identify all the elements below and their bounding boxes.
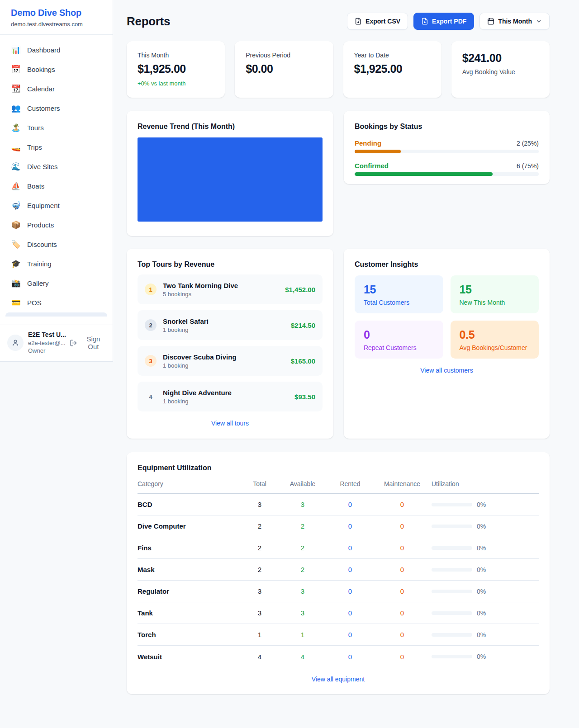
status-label: Pending [355, 139, 381, 147]
sidebar-item-dive-sites[interactable]: 🌊 Dive Sites [5, 157, 107, 176]
column-header-category: Category [138, 480, 242, 487]
revenue-trend-card: Revenue Trend (This Month) [127, 111, 333, 236]
tour-row: 2 Snorkel Safari 1 booking $214.50 [138, 310, 323, 340]
sidebar-item-trips[interactable]: 🚤 Trips [5, 137, 107, 157]
sidebar-item-gallery[interactable]: 📸 Gallery [5, 274, 107, 293]
export-csv-button[interactable]: Export CSV [347, 13, 408, 30]
tour-bookings: 5 bookings [163, 291, 238, 298]
bookings-by-status-title: Bookings by Status [355, 123, 539, 131]
sign-out-label: Sign Out [81, 335, 106, 350]
equipment-total: 2 [242, 522, 278, 530]
tour-revenue: $1,452.00 [285, 286, 315, 293]
status-row-pending: Pending 2 (25%) [355, 139, 539, 153]
sidebar-item-products[interactable]: 📦 Products [5, 215, 107, 235]
utilization-percent: 0% [477, 653, 486, 660]
sidebar-item-customers[interactable]: 👥 Customers [5, 99, 107, 118]
table-row: Wetsuit 4 4 0 0 0% [138, 646, 539, 667]
equipment-category: Tank [138, 609, 242, 617]
sidebar-user-section: E2E Test U... e2e-tester@... Owner Sign … [0, 325, 113, 361]
tour-name: Night Dive Adventure [163, 389, 232, 397]
equipment-rented: 0 [327, 609, 373, 617]
insight-tile-avg-bookings: 0.5 Avg Bookings/Customer [451, 321, 539, 359]
status-row-confirmed: Confirmed 6 (75%) [355, 162, 539, 176]
equipment-utilization-cell: 0% [432, 653, 539, 660]
table-row: Tank 3 3 0 0 0% [138, 602, 539, 624]
tour-row: 3 Discover Scuba Diving 1 booking $165.0… [138, 346, 323, 376]
sidebar-item-training[interactable]: 🎓 Training [5, 254, 107, 274]
equipment-category: Mask [138, 566, 242, 573]
insight-label: Total Customers [364, 299, 434, 306]
equipment-category: BCD [138, 501, 242, 508]
view-all-equipment-link[interactable]: View all equipment [138, 676, 539, 683]
gallery-icon: 📸 [11, 279, 21, 287]
sidebar-item-boats[interactable]: ⛵ Boats [5, 176, 107, 196]
table-row: Dive Computer 2 2 0 0 0% [138, 515, 539, 537]
equipment-available: 1 [278, 631, 327, 638]
equipment-available: 2 [278, 566, 327, 573]
equipment-utilization-cell: 0% [432, 544, 539, 552]
sidebar-item-pos[interactable]: 💳 POS [5, 293, 107, 312]
stat-value: $241.00 [462, 52, 539, 65]
rank-badge: 1 [145, 284, 157, 295]
export-csv-label: Export CSV [365, 18, 400, 25]
file-download-icon [355, 18, 362, 25]
file-download-icon [421, 18, 428, 25]
sidebar-item-bookings[interactable]: 📅 Bookings [5, 60, 107, 79]
stat-card-avg-booking-value: $241.00 Avg Booking Value [451, 41, 550, 98]
revenue-trend-title: Revenue Trend (This Month) [138, 123, 323, 131]
equipment-total: 3 [242, 609, 278, 617]
utilization-bar [432, 633, 472, 637]
pos-icon: 💳 [11, 299, 21, 307]
calendar-icon [487, 18, 494, 25]
customer-insights-title: Customer Insights [355, 260, 539, 269]
sidebar-item-calendar[interactable]: 📆 Calendar [5, 79, 107, 99]
shop-name: Demo Dive Shop [11, 8, 102, 18]
page-title: Reports [127, 14, 170, 28]
sidebar-item-discounts[interactable]: 🏷️ Discounts [5, 235, 107, 254]
view-all-customers-link[interactable]: View all customers [355, 367, 539, 374]
sidebar-item-reports-partial[interactable] [5, 312, 107, 317]
sidebar-item-label: POS [27, 299, 42, 307]
equipment-utilization-cell: 0% [432, 588, 539, 595]
table-row: Torch 1 1 0 0 0% [138, 624, 539, 646]
logout-icon [70, 339, 77, 347]
calendar-icon: 📆 [11, 85, 21, 93]
stat-change: +0% vs last month [138, 80, 214, 87]
tour-revenue: $165.00 [291, 357, 315, 365]
sidebar-item-label: Customers [27, 104, 60, 112]
sidebar-item-label: Tours [27, 124, 44, 132]
equipment-category: Fins [138, 544, 242, 552]
equipment-category: Wetsuit [138, 653, 242, 661]
sidebar-item-label: Calendar [27, 85, 55, 93]
utilization-percent: 0% [477, 566, 486, 573]
view-all-tours-link[interactable]: View all tours [138, 420, 323, 427]
revenue-trend-bar [138, 137, 323, 222]
dashboard-icon: 📊 [11, 46, 21, 54]
stat-label: This Month [138, 52, 214, 59]
tour-revenue: $214.50 [291, 321, 315, 329]
status-bar-fill [355, 172, 493, 176]
period-select[interactable]: This Month [479, 13, 550, 30]
insight-value: 15 [460, 283, 530, 296]
export-pdf-button[interactable]: Export PDF [413, 13, 474, 30]
equipment-rented: 0 [327, 653, 373, 661]
equipment-available: 3 [278, 587, 327, 595]
rank-badge: 2 [145, 319, 157, 331]
sidebar-item-tours[interactable]: 🏝️ Tours [5, 118, 107, 137]
table-row: BCD 3 3 0 0 0% [138, 494, 539, 515]
equipment-category: Torch [138, 631, 242, 638]
sidebar-item-dashboard[interactable]: 📊 Dashboard [5, 40, 107, 60]
equipment-maintenance: 0 [373, 566, 432, 573]
user-name: E2E Test U... [28, 331, 65, 339]
sign-out-button[interactable]: Sign Out [70, 335, 106, 350]
equipment-rented: 0 [327, 522, 373, 530]
training-icon: 🎓 [11, 260, 21, 268]
sidebar-item-equipment[interactable]: 🤿 Equipment [5, 196, 107, 215]
table-row: Mask 2 2 0 0 0% [138, 559, 539, 581]
sidebar-item-label: Trips [27, 143, 42, 151]
bookings-by-status-card: Bookings by Status Pending 2 (25%) Confi… [344, 111, 550, 184]
utilization-bar [432, 655, 472, 658]
equipment-rented: 0 [327, 631, 373, 638]
stat-cards: This Month $1,925.00 +0% vs last month P… [127, 41, 550, 98]
tour-bookings: 1 booking [163, 398, 232, 405]
